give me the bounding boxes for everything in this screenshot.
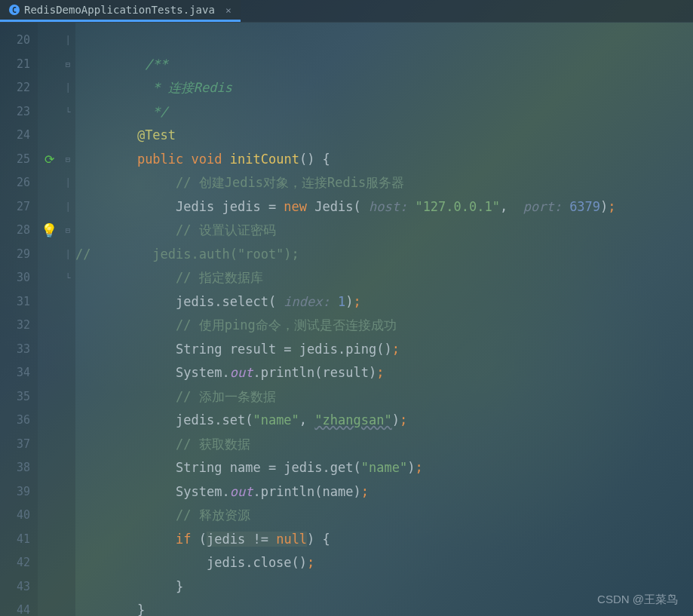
fold-column: │ ⊟ │ └ ⊟ │ │ ⊟ │ └ (60, 23, 75, 616)
line-number: 33 (0, 338, 30, 362)
line-number: 22 (0, 76, 30, 100)
fold-line-icon: │ (60, 29, 75, 53)
code-line: */ (75, 100, 693, 124)
code-line: // 创建Jedis对象，连接Redis服务器 (75, 171, 693, 195)
line-number: 38 (0, 456, 30, 480)
code-line: Jedis jedis = new Jedis( host: "127.0.0.… (75, 195, 693, 219)
line-number: 42 (0, 551, 30, 575)
fold-line-icon: │ (60, 76, 75, 100)
line-number: 31 (0, 290, 30, 314)
gutter-icons: ⟳ 💡 (38, 23, 60, 616)
fold-line-icon: │ (60, 195, 75, 219)
code-line: System.out.println(result); (75, 361, 693, 385)
line-number: 21 (0, 53, 30, 77)
code-line: jedis.close(); (75, 551, 693, 575)
code-line: // 设置认证密码 (75, 219, 693, 243)
fold-end-icon: └ (60, 266, 75, 290)
line-number: 30 (0, 266, 30, 290)
code-line: jedis.set("name", "zhangsan"); (75, 409, 693, 433)
fold-minus-icon[interactable]: ⊟ (60, 53, 75, 77)
line-number: 36 (0, 409, 30, 433)
line-number: 34 (0, 361, 30, 385)
line-number: 26 (0, 171, 30, 195)
fold-minus-icon[interactable]: ⊟ (60, 219, 75, 243)
line-number: 41 (0, 528, 30, 552)
code-line: // 释放资源 (75, 504, 693, 528)
code-line: String result = jedis.ping(); (75, 338, 693, 362)
code-line: if (jedis != null) { (75, 528, 693, 552)
run-test-icon[interactable]: ⟳ (38, 148, 60, 172)
code-line: public void initCount() { (75, 148, 693, 172)
line-number: 23 (0, 100, 30, 124)
code-line (75, 29, 693, 53)
line-number: 32 (0, 314, 30, 338)
line-number: 20 (0, 29, 30, 53)
code-line: // 指定数据库 (75, 266, 693, 290)
line-number: 27 (0, 195, 30, 219)
watermark: CSDN @王菜鸟 (597, 593, 678, 607)
code-line: // jedis.auth("root"); (75, 243, 693, 267)
code-line: // 添加一条数据 (75, 385, 693, 409)
line-number: 39 (0, 480, 30, 504)
fold-end-icon: └ (60, 100, 75, 124)
code-line: * 连接Redis (75, 76, 693, 100)
code-line: // 使用ping命令，测试是否连接成功 (75, 314, 693, 338)
line-number: 44 (0, 599, 30, 616)
java-class-icon: C (9, 5, 20, 15)
code-line: // 获取数据 (75, 433, 693, 457)
tab-bar: C RedisDemoApplicationTests.java × (0, 0, 693, 23)
tab-filename: RedisDemoApplicationTests.java (24, 4, 215, 16)
close-icon[interactable]: × (225, 5, 232, 16)
line-number: 25 (0, 148, 30, 172)
line-number: 28 (0, 219, 30, 243)
code-line: jedis.select( index: 1); (75, 290, 693, 314)
fold-line-icon: │ (60, 171, 75, 195)
fold-minus-icon[interactable]: ⊟ (60, 148, 75, 172)
code-area[interactable]: /** * 连接Redis */ @Test public void initC… (75, 23, 693, 616)
line-number: 43 (0, 575, 30, 599)
line-number: 29 (0, 243, 30, 267)
line-number: 37 (0, 433, 30, 457)
code-line: System.out.println(name); (75, 480, 693, 504)
line-number: 24 (0, 124, 30, 148)
lightbulb-icon[interactable]: 💡 (38, 219, 60, 243)
fold-line-icon: │ (60, 243, 75, 267)
code-line: String name = jedis.get("name"); (75, 456, 693, 480)
line-number: 35 (0, 385, 30, 409)
file-tab[interactable]: C RedisDemoApplicationTests.java × (0, 0, 241, 22)
code-editor[interactable]: 20 21 22 23 24 25 26 27 28 29 30 31 32 3… (0, 23, 693, 616)
code-line: /** (75, 53, 693, 77)
line-number: 40 (0, 504, 30, 528)
code-line: @Test (75, 124, 693, 148)
line-number-gutter: 20 21 22 23 24 25 26 27 28 29 30 31 32 3… (0, 23, 38, 616)
